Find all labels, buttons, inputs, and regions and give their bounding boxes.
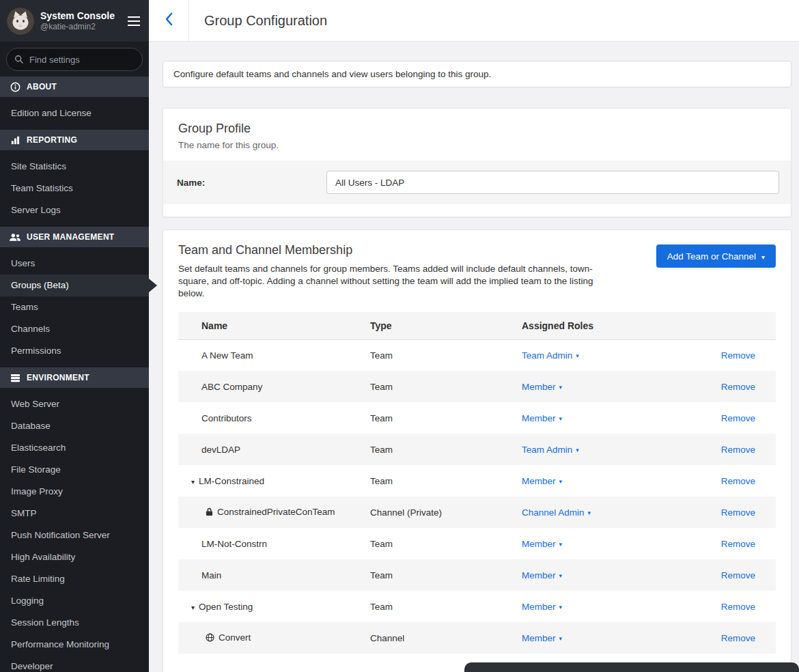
role-label: Member	[522, 413, 556, 423]
role-dropdown[interactable]: Member▾	[522, 570, 562, 580]
cell-remove: Remove	[707, 559, 776, 591]
cell-assigned-role: Member▾	[522, 591, 707, 622]
cell-assigned-role: Member▾	[522, 371, 707, 402]
role-label: Member	[522, 602, 556, 612]
sidebar-nav: ABOUTEdition and LicenseREPORTINGSite St…	[0, 76, 149, 672]
sidebar-item-push-notification-server[interactable]: Push Notification Server	[0, 524, 149, 546]
cell-name: ConstrainedPrivateConTeam	[178, 496, 370, 528]
sidebar-item-team-statistics[interactable]: Team Statistics	[0, 178, 149, 199]
sidebar-item-file-storage[interactable]: File Storage	[0, 459, 149, 481]
chevron-down-icon: ▾	[559, 572, 563, 579]
chevron-down-icon: ▾	[576, 352, 579, 359]
row-name: LM-Not-Constrn	[201, 539, 267, 549]
cell-type: Team	[370, 559, 522, 591]
search-input[interactable]	[6, 48, 143, 71]
role-label: Team Admin	[522, 445, 572, 455]
cell-name: Main	[178, 559, 370, 591]
row-name: devLDAP	[201, 445, 240, 455]
role-dropdown[interactable]: Member▾	[522, 602, 562, 612]
remove-button[interactable]: Remove	[721, 507, 755, 518]
cell-remove: Remove	[707, 371, 776, 402]
bar-chart-icon	[10, 135, 20, 145]
collapse-caret-icon[interactable]: ▾	[191, 604, 195, 611]
remove-button[interactable]: Remove	[721, 476, 755, 486]
group-name-input[interactable]	[326, 171, 779, 194]
remove-button[interactable]: Remove	[721, 539, 755, 549]
sidebar-item-rate-limiting[interactable]: Rate Limiting	[0, 568, 149, 590]
sidebar-item-session-lengths[interactable]: Session Lengths	[0, 612, 149, 634]
sidebar-item-edition-and-license[interactable]: Edition and License	[0, 102, 149, 124]
page-content: Configure default teams and channels and…	[149, 42, 799, 672]
role-dropdown[interactable]: Member▾	[522, 476, 562, 486]
cell-type: Team	[370, 465, 522, 496]
sidebar-item-site-statistics[interactable]: Site Statistics	[0, 156, 149, 178]
chevron-down-icon: ▾	[559, 541, 563, 548]
membership-card: Team and Channel Membership Set default …	[163, 229, 791, 672]
sidebar-item-developer[interactable]: Developer	[0, 656, 149, 672]
sidebar-item-server-logs[interactable]: Server Logs	[0, 199, 149, 221]
sidebar-item-permissions[interactable]: Permissions	[0, 340, 149, 362]
remove-button[interactable]: Remove	[721, 570, 755, 580]
back-button[interactable]	[149, 0, 189, 41]
remove-button[interactable]: Remove	[721, 602, 755, 612]
cell-remove: Remove	[707, 339, 776, 371]
console-title: System Console	[40, 10, 126, 22]
sidebar-header: System Console @katie-admin2	[0, 0, 149, 42]
sidebar-category-label: REPORTING	[27, 135, 77, 145]
role-dropdown[interactable]: Channel Admin▾	[522, 507, 591, 518]
role-dropdown[interactable]: Member▾	[522, 633, 562, 643]
sidebar-item-image-proxy[interactable]: Image Proxy	[0, 481, 149, 503]
sidebar-item-logging[interactable]: Logging	[0, 590, 149, 612]
remove-button[interactable]: Remove	[721, 350, 755, 361]
sidebar-category-about: ABOUT	[0, 76, 149, 97]
row-name: Open Testing	[199, 602, 253, 612]
cell-name: ABC Company	[178, 371, 370, 402]
collapse-caret-icon[interactable]: ▾	[191, 478, 195, 486]
group-profile-card: Group Profile The name for this group. N…	[163, 108, 791, 217]
sidebar-item-high-availability[interactable]: High Availability	[0, 546, 149, 568]
role-label: Member	[522, 633, 556, 643]
role-dropdown[interactable]: Team Admin▾	[522, 445, 579, 455]
membership-heading-block: Team and Channel Membership Set default …	[178, 243, 619, 300]
sidebar-item-teams[interactable]: Teams	[0, 296, 149, 318]
chevron-left-icon	[165, 12, 173, 29]
sidebar-item-groups-beta[interactable]: Groups (Beta)	[0, 275, 149, 296]
cell-remove: Remove	[707, 434, 776, 465]
sidebar-item-database[interactable]: Database	[0, 415, 149, 437]
sidebar-item-smtp[interactable]: SMTP	[0, 503, 149, 524]
sidebar-category-environment: ENVIRONMENT	[0, 367, 149, 388]
role-dropdown[interactable]: Team Admin▾	[522, 350, 579, 361]
row-name: Main	[201, 570, 221, 580]
users-icon	[10, 233, 20, 242]
sidebar-item-web-server[interactable]: Web Server	[0, 393, 149, 415]
role-label: Member	[522, 570, 556, 580]
sidebar-item-performance-monitoring[interactable]: Performance Monitoring	[0, 634, 149, 656]
sidebar-item-users[interactable]: Users	[0, 253, 149, 275]
cell-assigned-role: Member▾	[522, 528, 707, 559]
cell-remove: Remove	[707, 591, 776, 622]
remove-button[interactable]: Remove	[721, 413, 755, 423]
admin-username: @katie-admin2	[40, 22, 126, 32]
info-banner-text: Configure default teams and channels and…	[173, 69, 491, 79]
sidebar-category-label: ABOUT	[27, 82, 57, 92]
server-icon	[10, 373, 20, 383]
remove-button[interactable]: Remove	[721, 445, 755, 455]
role-dropdown[interactable]: Member▾	[522, 382, 562, 392]
sidebar-item-elasticsearch[interactable]: Elasticsearch	[0, 437, 149, 459]
add-team-or-channel-button[interactable]: Add Team or Channel ▾	[656, 244, 776, 268]
cell-type: Channel (Private)	[370, 496, 522, 528]
sidebar-item-channels[interactable]: Channels	[0, 318, 149, 340]
cell-name: Convert	[178, 622, 370, 654]
role-dropdown[interactable]: Member▾	[522, 413, 562, 423]
membership-table-head: Name Type Assigned Roles	[178, 312, 776, 339]
row-name: LM-Constrained	[199, 476, 264, 486]
avatar[interactable]	[7, 8, 34, 35]
group-profile-title: Group Profile	[163, 122, 791, 136]
column-name: Name	[178, 312, 370, 339]
remove-button[interactable]: Remove	[721, 633, 755, 643]
remove-button[interactable]: Remove	[721, 382, 755, 392]
group-name-row: Name:	[163, 160, 791, 204]
bottom-toast	[464, 662, 799, 672]
menu-icon[interactable]	[126, 13, 142, 29]
role-dropdown[interactable]: Member▾	[522, 539, 562, 549]
